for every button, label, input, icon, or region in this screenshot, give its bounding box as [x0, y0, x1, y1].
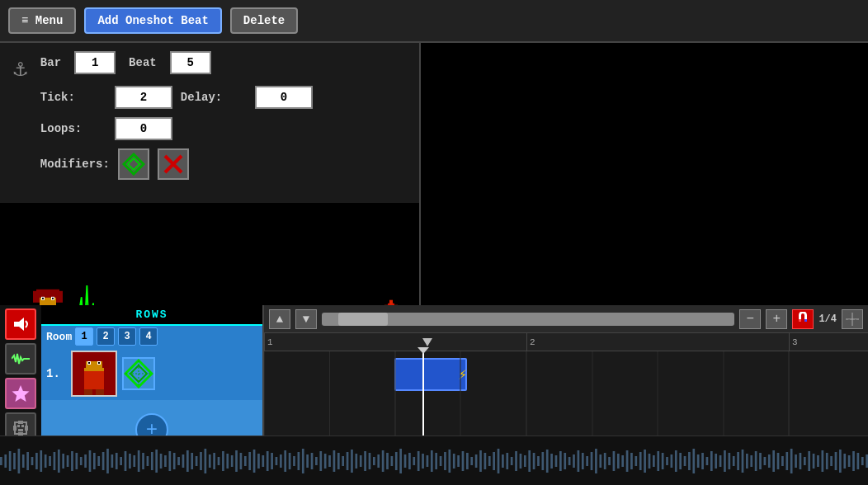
svg-rect-181: [413, 457, 415, 465]
svg-rect-223: [599, 454, 601, 468]
svg-rect-175: [386, 453, 389, 469]
add-oneshot-beat-button[interactable]: Add Oneshot Beat: [84, 7, 221, 34]
svg-rect-146: [257, 454, 260, 469]
svg-rect-107: [84, 454, 87, 468]
timeline-container: ▲ ▼ − + 1/4: [264, 305, 868, 485]
svg-rect-94: [26, 452, 29, 470]
svg-rect-279: [848, 455, 851, 467]
svg-rect-222: [595, 449, 597, 473]
svg-rect-176: [391, 456, 394, 466]
beat-block[interactable]: ⚡: [394, 358, 467, 391]
svg-rect-64: [88, 362, 90, 364]
star-icon-button[interactable]: [5, 378, 36, 409]
svg-rect-231: [634, 456, 637, 466]
svg-rect-261: [768, 454, 771, 468]
menu-button[interactable]: ≡ Menu: [8, 7, 76, 34]
beat-value[interactable]: 5: [170, 51, 211, 74]
svg-rect-50: [17, 425, 20, 427]
room-tab-1[interactable]: 1: [75, 327, 93, 346]
svg-rect-187: [440, 456, 442, 466]
delay-input[interactable]: [255, 86, 313, 109]
svg-rect-262: [772, 450, 775, 472]
svg-rect-101: [58, 450, 60, 473]
svg-rect-139: [226, 454, 229, 469]
svg-rect-142: [240, 453, 243, 469]
speaker-icon-button[interactable]: [5, 308, 36, 340]
svg-rect-165: [342, 456, 344, 466]
svg-rect-166: [347, 452, 349, 470]
svg-rect-13: [42, 298, 44, 299]
top-toolbar: ≡ Menu Add Oneshot Beat Delete: [0, 0, 868, 43]
timeline-fraction: 1/4: [818, 313, 837, 325]
svg-rect-164: [337, 453, 340, 469]
svg-rect-112: [106, 449, 109, 473]
svg-rect-173: [377, 454, 380, 468]
delete-button[interactable]: Delete: [230, 7, 298, 34]
svg-rect-137: [218, 457, 220, 465]
svg-rect-186: [435, 453, 437, 469]
svg-rect-258: [755, 451, 757, 471]
svg-rect-144: [248, 452, 251, 470]
room-tab-4[interactable]: 4: [139, 327, 158, 346]
waveform-icon-button[interactable]: [5, 343, 36, 374]
delay-label: Delay:: [181, 91, 247, 104]
svg-rect-158: [311, 453, 314, 469]
svg-rect-201: [502, 454, 504, 468]
svg-rect-178: [399, 449, 402, 473]
loops-row: Loops:: [40, 117, 406, 140]
svg-rect-273: [821, 450, 823, 472]
loops-input[interactable]: [115, 117, 172, 140]
timeline-down-button[interactable]: ▼: [295, 309, 317, 329]
svg-rect-255: [742, 450, 744, 473]
svg-rect-48: [18, 421, 23, 424]
svg-rect-171: [369, 453, 371, 469]
timeline-magnet-button[interactable]: [792, 309, 814, 329]
svg-rect-95: [31, 457, 34, 465]
svg-rect-108: [89, 450, 92, 472]
row-character-sprite[interactable]: [71, 351, 117, 397]
room-tab-2[interactable]: 2: [97, 327, 115, 346]
timeline-slider-thumb[interactable]: [338, 313, 388, 326]
timeline-cursor-head: [417, 347, 429, 354]
anchor-row: ⚓ Bar 1 Beat 5 Tick: Delay:: [13, 51, 406, 188]
svg-rect-268: [800, 453, 802, 469]
room-tab-3[interactable]: 3: [118, 327, 136, 346]
svg-rect-93: [22, 454, 25, 468]
row-pattern-icon[interactable]: [122, 357, 155, 390]
svg-rect-185: [431, 450, 433, 472]
tick-input[interactable]: [115, 86, 172, 109]
svg-rect-92: [18, 449, 21, 473]
svg-rect-109: [93, 453, 96, 469]
svg-rect-14: [52, 298, 54, 299]
svg-rect-102: [62, 454, 64, 469]
svg-rect-133: [200, 452, 202, 470]
ruler-mark-1: 1: [264, 333, 273, 351]
svg-rect-136: [213, 453, 215, 469]
svg-rect-127: [173, 453, 176, 469]
timeline-zoom-in-button[interactable]: +: [766, 309, 787, 329]
timeline-grid-button[interactable]: [842, 309, 863, 329]
svg-rect-228: [621, 455, 624, 467]
svg-rect-134: [205, 449, 207, 473]
svg-rect-275: [830, 456, 833, 466]
svg-rect-117: [129, 454, 131, 469]
svg-rect-119: [138, 450, 140, 472]
svg-rect-202: [506, 453, 508, 469]
svg-rect-106: [80, 457, 83, 465]
modifier-diamond-button[interactable]: [118, 148, 149, 180]
svg-rect-138: [222, 451, 224, 471]
svg-rect-157: [306, 454, 309, 468]
timeline-scroll-slider[interactable]: [322, 313, 734, 326]
svg-rect-51: [21, 425, 24, 427]
svg-rect-140: [231, 455, 234, 467]
bottom-area: ROWS Room 1 2 3 4 1.: [0, 305, 868, 485]
timeline-up-button[interactable]: ▲: [269, 309, 290, 329]
rows-header: ROWS: [41, 305, 262, 326]
svg-rect-251: [724, 450, 726, 472]
svg-rect-180: [408, 453, 411, 469]
timeline-zoom-out-button[interactable]: −: [739, 309, 761, 329]
modifier-x-button[interactable]: [158, 148, 189, 180]
bar-value[interactable]: 1: [74, 51, 116, 74]
svg-rect-214: [559, 451, 562, 471]
svg-rect-225: [608, 457, 611, 465]
